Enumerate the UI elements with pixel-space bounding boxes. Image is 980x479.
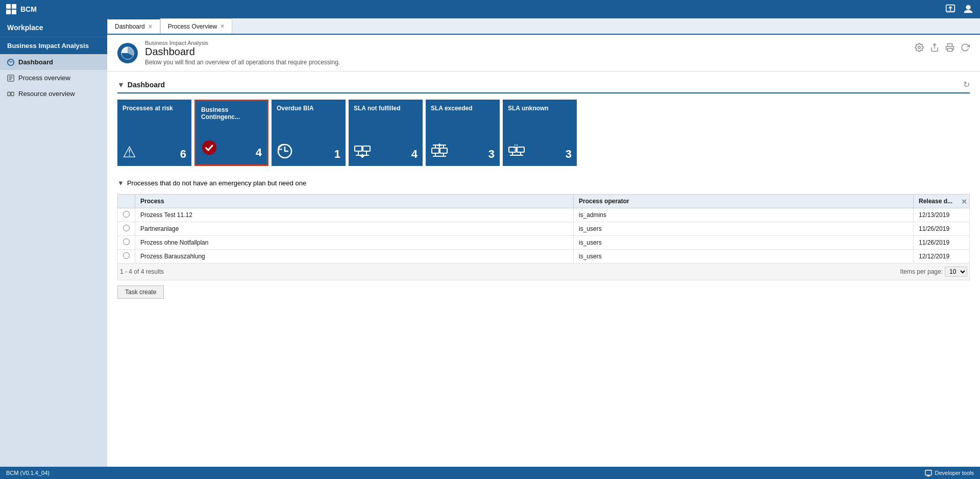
- sidebar-workplace[interactable]: Workplace: [0, 18, 107, 37]
- page-title: Dashboard: [145, 46, 340, 58]
- developer-tools-label: Developer tools: [935, 470, 974, 476]
- sidebar-dashboard-label: Dashboard: [18, 58, 53, 66]
- svg-text:?: ?: [513, 147, 517, 152]
- table-body: Prozess Test 11.12 is_admins 12/13/2019 …: [118, 208, 970, 264]
- svg-rect-15: [355, 146, 362, 151]
- section-collapse-arrow[interactable]: ▼: [117, 81, 125, 89]
- row-release-3: 12/12/2019: [914, 250, 970, 264]
- tile-3-count: 4: [411, 148, 418, 161]
- app-logo: [6, 4, 16, 14]
- app-logo-area: BCM: [6, 4, 37, 14]
- developer-tools[interactable]: Developer tools: [925, 469, 974, 476]
- tile-sla-not-fulfilled[interactable]: SLA not fulfilled 4: [349, 100, 423, 166]
- items-per-page-select[interactable]: 10 20 50: [945, 267, 967, 277]
- sidebar-item-dashboard[interactable]: Dashboard: [0, 54, 107, 70]
- tile-processes-at-risk[interactable]: Processes at risk ⚠ 6: [117, 100, 191, 166]
- sla-up-icon: [431, 143, 448, 161]
- user-icon[interactable]: [963, 4, 974, 15]
- tiles-row: Processes at risk ⚠ 6 Business Contingen…: [117, 100, 970, 166]
- share-icon[interactable]: [930, 43, 939, 52]
- row-radio-0[interactable]: [118, 208, 135, 222]
- breadcrumb: Business Impact Analysis: [145, 40, 340, 46]
- tile-5-title: SLA unknown: [508, 105, 572, 112]
- tab-process-label: Process Overview: [168, 23, 217, 30]
- subsection-arrow[interactable]: ▼: [117, 179, 124, 187]
- sidebar: Workplace Business Impact Analysis Dashb…: [0, 18, 107, 479]
- page-description: Below you will find an overview of all o…: [145, 59, 340, 66]
- row-process-0: Prozess Test 11.12: [135, 208, 574, 222]
- bottom-bar: BCM (V0.1.4_04) Developer tools: [0, 467, 980, 479]
- items-per-page: Items per page: 10 20 50: [900, 267, 967, 277]
- tab-dashboard[interactable]: Dashboard ✕: [107, 18, 160, 34]
- tab-dashboard-label: Dashboard: [115, 23, 145, 30]
- tile-overdue-bia[interactable]: Overdue BIA 1: [272, 100, 346, 166]
- row-radio-3[interactable]: [118, 250, 135, 264]
- table-row[interactable]: Prozess Barauszahlung is_users 12/12/201…: [118, 250, 970, 264]
- tile-sla-unknown[interactable]: SLA unknown ?: [503, 100, 577, 166]
- tab-process-overview[interactable]: Process Overview ✕: [160, 18, 233, 34]
- tab-bar: Dashboard ✕ Process Overview ✕: [107, 18, 980, 35]
- dashboard-icon: [7, 59, 14, 66]
- row-process-1: Partneranlage: [135, 222, 574, 236]
- items-per-page-label: Items per page:: [900, 268, 943, 275]
- sidebar-resource-label: Resource overview: [18, 90, 75, 98]
- svg-rect-21: [440, 148, 447, 153]
- section-refresh[interactable]: ↻: [963, 80, 970, 89]
- row-radio-2[interactable]: [118, 236, 135, 250]
- tile-5-bottom: ? 3: [508, 143, 572, 161]
- page-header-text: Business Impact Analysis Dashboard Below…: [145, 40, 340, 66]
- tab-process-close[interactable]: ✕: [220, 23, 225, 30]
- table-header: Process Process operator Release d... ✕: [118, 195, 970, 208]
- row-radio-1[interactable]: [118, 222, 135, 236]
- row-operator-2: is_users: [574, 236, 914, 250]
- version-text: BCM (V0.1.4_04): [6, 470, 50, 476]
- content-body: ▼ Dashboard ↻ Processes at risk ⚠ 6 Bu: [107, 71, 980, 479]
- top-bar: BCM: [0, 0, 980, 18]
- tile-2-count: 1: [334, 148, 340, 161]
- tile-4-count: 3: [488, 148, 495, 161]
- print-icon[interactable]: [945, 43, 954, 52]
- task-create-button[interactable]: Task create: [117, 285, 164, 299]
- sidebar-section-header: Business Impact Analysis: [0, 37, 107, 54]
- col-operator: Process operator: [574, 195, 914, 208]
- content-area: Dashboard ✕ Process Overview ✕ Bus: [107, 18, 980, 479]
- tile-2-title: Overdue BIA: [277, 105, 340, 112]
- developer-icon: [925, 469, 932, 476]
- tile-0-count: 6: [180, 148, 186, 161]
- subsection-header: ▼ Processes that do not have an emergenc…: [117, 176, 970, 190]
- sla-unknown-icon: ?: [508, 143, 525, 161]
- tile-business-contingency[interactable]: Business Contingenc... 4: [194, 100, 268, 166]
- app-title: BCM: [20, 5, 37, 13]
- tile-0-title: Processes at risk: [122, 105, 186, 112]
- tile-sla-exceeded[interactable]: SLA exceeded: [426, 100, 500, 166]
- col-close-icon[interactable]: ✕: [961, 198, 967, 206]
- row-process-2: Prozess ohne Notfallplan: [135, 236, 574, 250]
- refresh-icon[interactable]: [961, 43, 970, 52]
- sidebar-item-process-overview[interactable]: Process overview: [0, 70, 107, 86]
- upload-icon[interactable]: [945, 4, 955, 14]
- subsection-title: Processes that do not have an emergency …: [127, 179, 306, 187]
- svg-rect-16: [363, 146, 370, 151]
- table-row[interactable]: Prozess Test 11.12 is_admins 12/13/2019: [118, 208, 970, 222]
- table-row[interactable]: Partneranlage is_users 11/26/2019: [118, 222, 970, 236]
- sidebar-process-label: Process overview: [18, 74, 70, 82]
- settings-icon[interactable]: [915, 43, 924, 52]
- row-release-2: 11/26/2019: [914, 236, 970, 250]
- tab-dashboard-close[interactable]: ✕: [148, 23, 153, 30]
- row-process-3: Prozess Barauszahlung: [135, 250, 574, 264]
- section-header-left: ▼ Dashboard: [117, 81, 165, 89]
- svg-point-2: [966, 5, 970, 10]
- data-table: Process Process operator Release d... ✕ …: [117, 194, 970, 264]
- table-header-row: Process Process operator Release d... ✕: [118, 195, 970, 208]
- sidebar-item-resource-overview[interactable]: Resource overview: [0, 86, 107, 102]
- bia-icon: [120, 46, 135, 60]
- row-operator-3: is_users: [574, 250, 914, 264]
- main-layout: Workplace Business Impact Analysis Dashb…: [0, 18, 980, 479]
- svg-rect-1: [946, 11, 955, 13]
- tile-1-count: 4: [256, 146, 262, 159]
- tile-4-title: SLA exceeded: [431, 105, 495, 112]
- table-row[interactable]: Prozess ohne Notfallplan is_users 11/26/…: [118, 236, 970, 250]
- row-release-0: 12/13/2019: [914, 208, 970, 222]
- svg-rect-12: [948, 49, 952, 52]
- tile-4-bottom: 3: [431, 143, 495, 161]
